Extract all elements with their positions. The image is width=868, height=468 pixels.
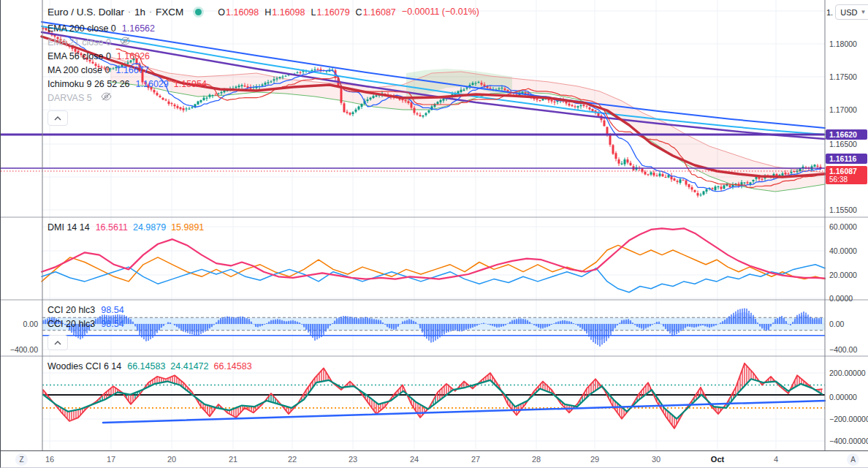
main-indicator-row[interactable]: EMA 21 close 0 — [47, 35, 212, 49]
indicator-label: CCI 20 hlc3 — [47, 305, 95, 315]
axis-tick-label: −400.00000 — [829, 437, 868, 445]
indicator-value: 1.16562 — [122, 23, 155, 34]
indicator-value: 15.9891 — [171, 222, 204, 233]
time-tick-label: 28 — [532, 455, 541, 464]
price-label: 1.1608756:38 — [826, 166, 867, 184]
indicator-label: EMA 56 close 0 — [47, 51, 111, 61]
bar-countdown: 56:38 — [829, 176, 867, 184]
axis-tick-label: −200.00000 — [829, 415, 868, 423]
time-tick-label: 23 — [349, 455, 357, 464]
time-tick-label: 17 — [107, 455, 115, 464]
indicator-value: 1.16029 — [136, 79, 169, 89]
time-tick-label: Oct — [711, 455, 724, 464]
main-indicator-row[interactable]: EMA 56 close 01.16026 — [47, 49, 212, 63]
main-indicator-row[interactable]: MA 200 close 01.16677 — [47, 63, 212, 77]
axis-tick-label: 20.0000 — [829, 271, 857, 279]
market-status-icon[interactable] — [195, 9, 202, 15]
dmi-pane-legend: DMI 14 1416.561124.987915.9891 — [47, 220, 209, 234]
zoom-out-button[interactable]: Z — [15, 453, 28, 466]
interval-label[interactable]: 1h — [134, 7, 145, 18]
time-tick-label: 20 — [167, 455, 176, 464]
chevron-up-icon — [54, 341, 61, 345]
scale-prefix-label: 1. — [826, 8, 833, 17]
currency-dropdown[interactable]: USD ▼ — [835, 4, 868, 20]
ohlc-values: O1.16098H1.16098L1.16079C1.16087 — [212, 7, 396, 18]
main-indicator-row[interactable]: DARVAS 5 — [47, 91, 212, 105]
time-tick-label: 24 — [410, 455, 419, 464]
currency-label: USD — [840, 8, 857, 17]
time-tick-label: 4 — [774, 455, 778, 464]
main-indicator-row[interactable]: EMA 200 close 01.16562 — [47, 21, 212, 35]
main-pane-legend: EMA 200 close 01.16562EMA 21 close 0EMA … — [47, 21, 212, 105]
ohlc-value: 1.16098 — [272, 7, 305, 18]
indicator-value: 66.14583 — [127, 361, 165, 371]
ohlc-value: 1.16098 — [226, 7, 259, 18]
time-tick-label: 27 — [471, 455, 480, 464]
time-tick-label: 21 — [229, 455, 237, 464]
indicator-value: 16.5611 — [96, 222, 128, 233]
ohlc-key: O — [218, 7, 225, 18]
indicator-label: CCI 20 hlc3 — [47, 319, 95, 329]
ohlc-value: 1.16087 — [363, 7, 396, 18]
indicator-value: 66.14583 — [214, 361, 252, 371]
price-change: −0.00011 (−0.01%) — [402, 7, 479, 17]
time-tick-label: 16 — [45, 455, 54, 464]
trading-chart-window: Euro / U.S. Dollar · 1h · FXCM O1.16098H… — [0, 0, 868, 468]
axis-tick-label: 1.16500 — [829, 140, 857, 148]
auto-scale-button[interactable]: A — [847, 453, 859, 466]
axis-tick-label: 1.18000 — [829, 39, 857, 48]
axis-tick-label: −400.00 — [829, 345, 857, 354]
collapse-pane-button[interactable] — [47, 335, 68, 350]
axis-tick-label: 0.00 — [829, 320, 844, 328]
time-tick-label: 30 — [652, 455, 660, 464]
symbol-header: Euro / U.S. Dollar · 1h · FXCM O1.16098H… — [47, 4, 479, 19]
woodies-indicator-row[interactable]: Woodies CCI 6 1466.1458324.4147266.14583 — [47, 359, 257, 373]
time-tick-label: 29 — [590, 455, 599, 464]
indicator-value: 24.41472 — [170, 361, 208, 371]
indicator-value: 24.9879 — [133, 222, 166, 233]
woodies-pane-legend: Woodies CCI 6 1466.1458324.4147266.14583 — [47, 359, 257, 373]
indicator-label: EMA 21 close 0 — [47, 37, 111, 48]
ohlc-key: C — [356, 7, 362, 18]
axis-tick-label: 0.00000 — [829, 393, 857, 401]
axis-tick-label: −400.00 — [10, 345, 38, 354]
main-indicator-row[interactable]: Ichimoku 9 26 52 261.160291.15954 — [47, 77, 212, 91]
left-price-scale[interactable]: 0.00−400.00 — [1, 0, 42, 450]
cci-indicator-row[interactable]: CCI 20 hlc398.54 — [47, 317, 129, 331]
dmi-indicator-row[interactable]: DMI 14 1416.561124.987915.9891 — [47, 220, 209, 234]
price-label: 1.16620 — [826, 129, 867, 140]
axis-tick-label: 200.00000 — [829, 369, 866, 377]
indicator-value: 98.54 — [101, 305, 123, 315]
indicator-label: DARVAS 5 — [47, 93, 92, 103]
indicator-label: Ichimoku 9 26 52 26 — [47, 79, 130, 89]
axis-tick-label: 60.0000 — [829, 222, 857, 231]
indicator-value: 1.16677 — [115, 65, 148, 75]
currency-selector-row: 1. USD ▼ — [826, 4, 868, 20]
cci-indicator-row[interactable]: CCI 20 hlc398.54 — [47, 303, 129, 317]
chevron-down-icon: ▼ — [860, 9, 866, 15]
cci-pane-legend: CCI 20 hlc398.54CCI 20 hlc398.54 — [47, 303, 129, 331]
indicator-label: MA 200 close 0 — [47, 65, 110, 75]
chevron-up-icon — [54, 116, 61, 121]
exchange-label[interactable]: FXCM — [156, 7, 183, 18]
ohlc-key: H — [264, 7, 271, 18]
ohlc-value: 1.16079 — [316, 7, 349, 18]
collapse-pane-button[interactable] — [47, 110, 68, 126]
axis-tick-label: 0.00 — [23, 320, 38, 328]
axis-tick-label: 1.17000 — [829, 105, 857, 114]
separator-dot: · — [149, 7, 152, 17]
visibility-off-icon[interactable] — [117, 37, 131, 48]
price-label: 1.16116 — [826, 154, 867, 164]
symbol-title[interactable]: Euro / U.S. Dollar — [47, 7, 124, 18]
indicator-label: DMI 14 14 — [47, 222, 90, 233]
ohlc-key: L — [311, 7, 316, 18]
time-tick-label: 22 — [288, 455, 297, 464]
indicator-value: 1.15954 — [174, 79, 207, 89]
separator-dot: · — [128, 7, 131, 17]
indicator-value: 98.54 — [101, 319, 123, 329]
time-axis[interactable]: Z A 1617202122232427282930Oct4 — [1, 450, 868, 468]
visibility-off-icon[interactable] — [98, 92, 112, 103]
right-price-scale[interactable]: 1.180001.175001.170001.165001.1550060.00… — [826, 0, 868, 450]
axis-tick-label: 0.0000 — [829, 294, 853, 303]
indicator-value: 1.16026 — [117, 51, 150, 61]
